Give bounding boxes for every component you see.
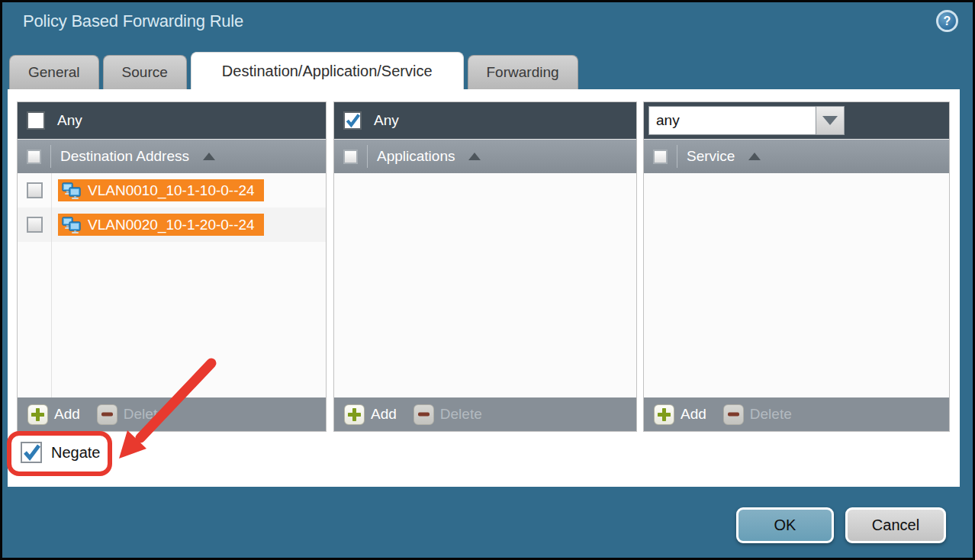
destination-any-checkbox[interactable] [27, 111, 45, 130]
service-dropdown-button[interactable] [816, 106, 845, 135]
sort-asc-icon [748, 153, 761, 160]
destination-footer: Add Delete [18, 397, 326, 431]
negate-row: Negate [21, 442, 101, 463]
address-object-label: VLAN0010_10-1-10-0--24 [88, 182, 255, 199]
header-divider [50, 145, 51, 168]
header-divider [677, 145, 677, 168]
service-column: any Service Add D [643, 101, 950, 432]
checkmark-icon [22, 443, 40, 462]
policy-based-forwarding-dialog: Policy Based Forwarding Rule ? General S… [0, 0, 975, 560]
delete-button-label: Delete [750, 406, 792, 423]
service-list [644, 173, 949, 397]
add-button-label: Add [681, 406, 706, 423]
applications-header[interactable]: Applications [334, 139, 636, 173]
add-button[interactable]: Add [654, 404, 706, 425]
minus-icon [413, 404, 434, 425]
plus-icon [27, 404, 48, 425]
applications-select-all-checkbox[interactable] [343, 150, 358, 164]
service-header[interactable]: Service [644, 139, 949, 173]
header-divider [367, 145, 368, 168]
minus-icon [723, 404, 744, 425]
negate-label: Negate [51, 444, 101, 462]
service-footer: Add Delete [644, 397, 949, 431]
tab-bar: General Source Destination/Application/S… [9, 52, 578, 89]
service-any-bar: any [644, 102, 949, 139]
service-dropdown-value[interactable]: any [648, 106, 816, 135]
row-checkbox[interactable] [27, 182, 43, 198]
destination-address-column: Any Destination Address [17, 101, 327, 432]
address-object-chip[interactable]: VLAN0020_10-1-20-0--24 [58, 214, 264, 236]
ok-button[interactable]: OK [736, 507, 834, 543]
add-button-label: Add [371, 406, 397, 423]
applications-list [334, 173, 636, 397]
add-button[interactable]: Add [27, 404, 80, 425]
applications-any-bar: Any [334, 102, 636, 139]
tab-source[interactable]: Source [103, 55, 187, 89]
row-checkbox[interactable] [27, 217, 43, 233]
help-icon[interactable]: ? [936, 10, 958, 32]
delete-button[interactable]: Delete [413, 404, 482, 425]
sort-asc-icon [203, 153, 215, 160]
delete-button[interactable]: Delete [723, 404, 792, 425]
applications-footer: Add Delete [334, 397, 636, 431]
destination-address-list: VLAN0010_10-1-10-0--24 [18, 173, 326, 397]
cancel-button[interactable]: Cancel [845, 507, 946, 543]
delete-button-label: Delete [440, 406, 482, 423]
address-object-chip[interactable]: VLAN0010_10-1-10-0--24 [58, 179, 264, 201]
applications-any-label: Any [374, 112, 399, 129]
tab-forwarding[interactable]: Forwarding [468, 55, 578, 89]
tab-destination-application-service[interactable]: Destination/Application/Service [191, 52, 464, 89]
minus-icon [97, 404, 117, 425]
destination-address-header[interactable]: Destination Address [18, 139, 326, 173]
applications-column: Any Applications Add Delete [333, 101, 637, 432]
applications-header-label: Applications [377, 148, 455, 165]
destination-any-label: Any [57, 112, 82, 129]
network-address-icon [62, 216, 82, 234]
destination-header-label: Destination Address [60, 148, 189, 165]
table-row[interactable]: VLAN0020_10-1-20-0--24 [18, 208, 326, 242]
dialog-title: Policy Based Forwarding Rule [23, 11, 243, 31]
tab-general[interactable]: General [9, 55, 99, 89]
checkmark-icon [345, 112, 360, 129]
address-object-label: VLAN0020_10-1-20-0--24 [88, 217, 255, 233]
network-address-icon [62, 182, 82, 200]
destination-select-all-checkbox[interactable] [27, 150, 41, 164]
negate-checkbox[interactable] [21, 442, 42, 463]
add-button[interactable]: Add [344, 404, 397, 425]
destination-any-bar: Any [18, 102, 326, 139]
applications-any-checkbox[interactable] [343, 111, 362, 130]
help-glyph: ? [944, 14, 951, 28]
table-row[interactable]: VLAN0010_10-1-10-0--24 [18, 173, 326, 208]
plus-icon [344, 404, 365, 425]
service-select-all-checkbox[interactable] [653, 150, 668, 164]
delete-button-label: Delete [124, 406, 166, 423]
plus-icon [654, 404, 674, 425]
sort-asc-icon [468, 153, 481, 160]
delete-button[interactable]: Delete [97, 404, 166, 425]
service-header-label: Service [687, 148, 735, 165]
add-button-label: Add [54, 406, 80, 423]
chevron-down-icon [822, 116, 838, 125]
service-dropdown[interactable]: any [648, 106, 845, 135]
